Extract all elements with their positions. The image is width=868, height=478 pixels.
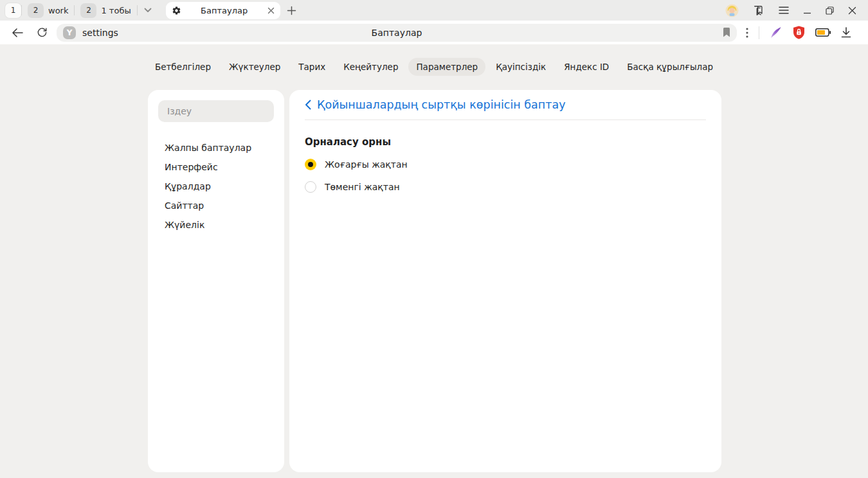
address-page-title: Баптаулар (57, 28, 737, 38)
divider (759, 26, 759, 39)
section-title: Орналасу орны (305, 136, 706, 148)
nav-item-yandex-id[interactable]: Яндекс ID (556, 58, 617, 76)
window-minimize-button[interactable] (803, 6, 811, 15)
page-title[interactable]: Қойыншалардың сыртқы көрінісін баптау (317, 98, 566, 111)
sidebar-item-system[interactable]: Жүйелік (158, 215, 274, 235)
nav-item-extensions[interactable]: Кеңейтулер (336, 58, 406, 76)
settings-sidebar: Жалпы баптаулар Интерфейс Құралдар Сайтт… (148, 90, 284, 472)
tab-group-count: 2 (80, 3, 96, 18)
settings-main-panel: Қойыншалардың сыртқы көрінісін баптау Ор… (289, 90, 721, 472)
radio-option-bottom[interactable]: Төменгі жақтан (305, 181, 706, 193)
menu-hamburger-icon[interactable] (779, 6, 789, 14)
reload-button[interactable] (32, 23, 51, 42)
back-chevron-icon[interactable] (305, 100, 311, 110)
radio-label: Жоғарғы жақтан (325, 159, 408, 170)
radio-selected-icon[interactable] (305, 159, 316, 170)
tab-groups-chevron-down-icon[interactable] (138, 8, 158, 13)
window-restore-button[interactable] (826, 6, 834, 15)
active-tab-settings[interactable]: Баптаулар (166, 2, 280, 19)
nav-item-downloads[interactable]: Жүктеулер (221, 58, 288, 76)
tab-group-label: work (48, 6, 68, 15)
bookmark-icon[interactable] (723, 28, 730, 37)
kebab-menu-icon[interactable] (746, 28, 748, 38)
radio-unselected-icon[interactable] (305, 181, 316, 193)
sidebar-item-sites[interactable]: Сайттар (158, 196, 274, 215)
nav-item-history[interactable]: Тарих (291, 58, 333, 76)
window-close-button[interactable] (848, 6, 856, 15)
radio-label: Төменгі жақтан (325, 182, 400, 192)
tab-group-label: 1 тобы (101, 6, 131, 15)
tab-group-toby[interactable]: 2 1 тобы (75, 3, 136, 18)
gear-icon (172, 6, 181, 15)
browser-toolbar: Y settings Баптаулар (0, 21, 868, 44)
download-icon[interactable] (841, 27, 851, 38)
tab-group-count: 2 (28, 3, 44, 18)
radio-option-top[interactable]: Жоғарғы жақтан (305, 159, 706, 170)
position-section: Орналасу орны Жоғарғы жақтан Төменгі жақ… (305, 136, 706, 193)
tab-title: Баптаулар (181, 6, 267, 15)
sidebar-item-general[interactable]: Жалпы баптаулар (158, 138, 274, 157)
sidebar-item-interface[interactable]: Интерфейс (158, 157, 274, 177)
nav-item-other-devices[interactable]: Басқа құрылғылар (619, 58, 721, 76)
tab-group-work[interactable]: 2 work (22, 3, 74, 18)
protect-shield-icon[interactable] (793, 26, 805, 39)
yandex-y-icon: Y (63, 26, 76, 39)
tab-group-1[interactable]: 1 (5, 3, 21, 18)
settings-content: Жалпы баптаулар Интерфейс Құралдар Сайтт… (148, 90, 868, 472)
tab-panel-icon[interactable] (753, 4, 764, 16)
nav-item-bookmarks[interactable]: Бетбелгілер (147, 58, 219, 76)
nav-item-settings[interactable]: Параметрлер (408, 58, 485, 76)
nav-item-security[interactable]: Қауіпсіздік (488, 58, 554, 76)
battery-icon[interactable] (815, 28, 831, 37)
page-header: Қойыншалардың сыртқы көрінісін баптау (305, 90, 706, 120)
settings-nav: Бетбелгілер Жүктеулер Тарих Кеңейтулер П… (0, 57, 868, 76)
url-text: settings (82, 28, 118, 38)
profile-avatar[interactable] (725, 4, 739, 17)
new-tab-button[interactable] (287, 6, 296, 15)
close-tab-icon[interactable] (267, 7, 275, 14)
sidebar-item-tools[interactable]: Құралдар (158, 177, 274, 196)
sidebar-list: Жалпы баптаулар Интерфейс Құралдар Сайтт… (158, 138, 274, 235)
back-button[interactable] (8, 23, 27, 42)
search-input[interactable] (158, 100, 274, 122)
pen-extension-icon[interactable] (770, 26, 782, 39)
address-bar[interactable]: Y settings Баптаулар (57, 24, 737, 42)
tab-strip: 1 2 work 2 1 тобы Баптаулар (0, 0, 868, 21)
